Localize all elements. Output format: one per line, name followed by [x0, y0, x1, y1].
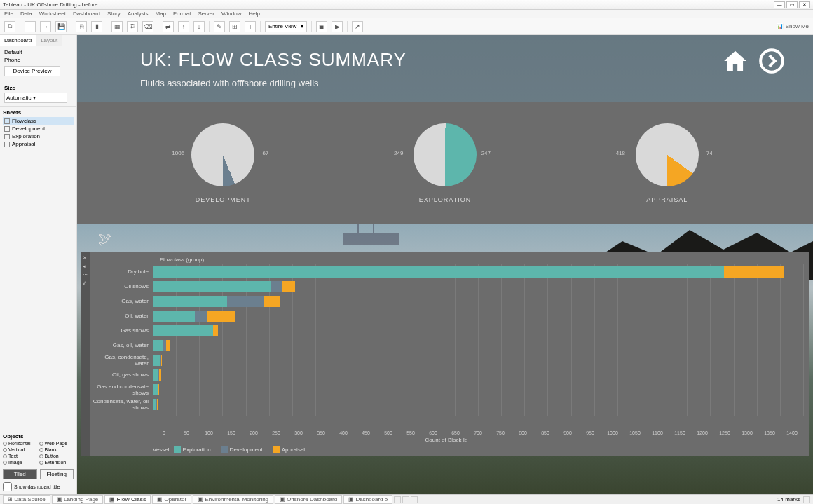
x-tick: 800 — [512, 430, 534, 435]
sheet-item[interactable]: Exploration — [3, 132, 74, 140]
tab-dashboard[interactable]: Dashboard — [0, 35, 36, 46]
new-data-button[interactable]: ⎘ — [76, 21, 87, 32]
bar-category-label: Condensate, water, oil shows — [90, 398, 153, 411]
menu-story[interactable]: Story — [107, 11, 121, 17]
pause-button[interactable]: ⏸ — [91, 21, 102, 32]
object-horizontal[interactable]: Horizontal — [3, 441, 38, 446]
expand-icon[interactable]: ⤢ — [83, 280, 88, 286]
pie-appraisal[interactable]: 41874APPRAISAL — [636, 123, 699, 203]
back-button[interactable]: ← — [25, 21, 36, 32]
menu-server[interactable]: Server — [198, 11, 214, 17]
object-image[interactable]: Image — [3, 460, 38, 465]
bottom-tab-data-source[interactable]: ⊞ Data Source — [3, 495, 50, 504]
pie-development[interactable]: 100667DEVELOPMENT — [191, 123, 254, 203]
bar-track[interactable] — [153, 266, 803, 278]
sort-asc-button[interactable]: ↑ — [178, 21, 189, 32]
worksheet-button[interactable]: ▦ — [111, 21, 123, 32]
clear-button[interactable]: ⌫ — [142, 21, 153, 32]
sheet-item[interactable]: Appraisal — [3, 140, 74, 148]
menu-worksheet[interactable]: Worksheet — [39, 11, 66, 17]
menu-data[interactable]: Data — [20, 11, 32, 17]
presentation-button[interactable]: ▶ — [332, 21, 343, 32]
labels-button[interactable]: T — [245, 21, 256, 32]
pie-value-a: 418 — [616, 150, 625, 156]
close-panel-icon[interactable]: ✕ — [83, 255, 88, 261]
object-blank[interactable]: Blank — [39, 447, 74, 452]
bar-chart-title: Flowclass (group) — [90, 255, 803, 264]
maximize-button[interactable]: ▭ — [786, 1, 798, 8]
next-icon[interactable] — [758, 48, 785, 74]
bar-track[interactable] — [153, 369, 803, 381]
bar-track[interactable] — [153, 384, 803, 395]
object-button[interactable]: Button — [39, 454, 74, 458]
object-web-page[interactable]: Web Page — [39, 441, 74, 446]
duplicate-button[interactable]: ⿻ — [127, 21, 138, 32]
menu-dashboard[interactable]: Dashboard — [73, 11, 100, 17]
bottom-tab-landing-page[interactable]: ▣ Landing Page — [52, 495, 104, 504]
more-icon[interactable]: ⋯ — [83, 272, 88, 278]
menu-analysis[interactable]: Analysis — [128, 11, 149, 17]
swap-button[interactable]: ⇄ — [163, 21, 174, 32]
home-icon[interactable] — [722, 48, 749, 74]
sheet-item[interactable]: Development — [3, 125, 74, 132]
pie-row: 100667DEVELOPMENT249247EXPLORATION41874A… — [77, 102, 813, 224]
device-preview-button[interactable]: Device Preview — [4, 66, 60, 76]
cards-button[interactable]: ▣ — [316, 21, 327, 32]
x-tick: 200 — [242, 430, 265, 435]
tableau-logo-icon[interactable]: ⧉ — [4, 21, 15, 32]
forward-button[interactable]: → — [40, 21, 51, 32]
close-button[interactable]: ✕ — [799, 1, 810, 8]
fit-dropdown[interactable]: Entire View▾ — [265, 21, 307, 32]
bar-category-label: Oil shows — [90, 283, 153, 290]
bar-track[interactable] — [153, 340, 803, 351]
new-worksheet-icon[interactable] — [394, 496, 401, 503]
bar-track[interactable] — [153, 311, 803, 322]
show-title-label: Show dashboard title — [14, 484, 60, 489]
new-story-icon[interactable] — [411, 496, 418, 503]
highlight-button[interactable]: ✎ — [214, 21, 225, 32]
group-button[interactable]: ⊞ — [229, 21, 240, 32]
chevron-left-icon[interactable]: ◂ — [83, 264, 88, 269]
menu-format[interactable]: Format — [173, 11, 191, 17]
bottom-tab-offshore-dashboard[interactable]: ▣ Offshore Dashboard — [275, 495, 342, 504]
pie-title: APPRAISAL — [646, 196, 688, 203]
bar-segment-appraisal — [159, 369, 161, 381]
menu-map[interactable]: Map — [156, 11, 167, 17]
tab-layout[interactable]: Layout — [36, 35, 62, 46]
save-button[interactable]: 💾 — [55, 21, 67, 32]
bottom-tab-environmental-monitoring[interactable]: ▣ Environmental Monitoring — [193, 495, 273, 504]
bottom-tab-flow-class[interactable]: ▣ Flow Class — [104, 495, 151, 504]
pie-value-b: 67 — [262, 150, 268, 156]
pie-value-a: 1006 — [172, 150, 184, 156]
show-title-checkbox[interactable] — [3, 482, 12, 491]
pie-exploration[interactable]: 249247EXPLORATION — [414, 123, 477, 203]
floating-button[interactable]: Floating — [40, 469, 74, 479]
menu-window[interactable]: Window — [221, 11, 241, 17]
x-tick: 1200 — [691, 430, 713, 435]
legend-item-development[interactable]: Development — [221, 446, 263, 453]
bottom-tab-dashboard-5[interactable]: ▣ Dashboard 5 — [343, 495, 392, 504]
menu-file[interactable]: File — [4, 11, 13, 17]
bar-track[interactable] — [153, 281, 803, 292]
minimize-button[interactable]: — — [774, 1, 785, 8]
sort-desc-button[interactable]: ↓ — [193, 21, 205, 32]
object-vertical[interactable]: Vertical — [3, 447, 38, 452]
bar-track[interactable] — [153, 296, 803, 307]
object-text[interactable]: Text — [3, 454, 38, 458]
size-dropdown[interactable]: Automatic ▾ — [4, 93, 67, 103]
legend-item-exploration[interactable]: Exploration — [174, 446, 211, 453]
bar-row: Oil shows — [90, 279, 803, 294]
sheet-item[interactable]: Flowclass — [3, 117, 74, 125]
show-me-button[interactable]: 📊 Show Me — [777, 23, 809, 29]
legend-item-appraisal[interactable]: Appraisal — [273, 446, 305, 453]
new-dashboard-icon[interactable] — [402, 496, 409, 503]
bottom-tab-operator[interactable]: ▣ Operator — [152, 495, 191, 504]
menu-help[interactable]: Help — [248, 11, 259, 17]
filmstrip-icon[interactable] — [803, 496, 810, 503]
tiled-button[interactable]: Tiled — [3, 469, 37, 479]
bar-track[interactable] — [153, 399, 803, 410]
share-button[interactable]: ↗ — [352, 21, 363, 32]
object-extension[interactable]: Extension — [39, 460, 74, 465]
bar-track[interactable] — [153, 355, 803, 366]
bar-track[interactable] — [153, 325, 803, 336]
